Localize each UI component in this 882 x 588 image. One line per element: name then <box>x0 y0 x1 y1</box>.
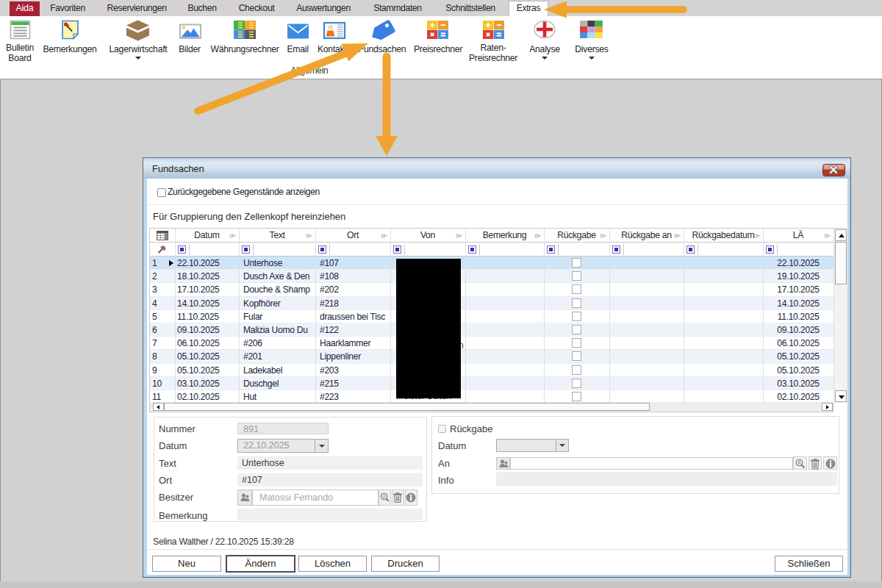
svg-text:A: A <box>797 460 801 465</box>
svg-text:A: A <box>382 494 386 499</box>
